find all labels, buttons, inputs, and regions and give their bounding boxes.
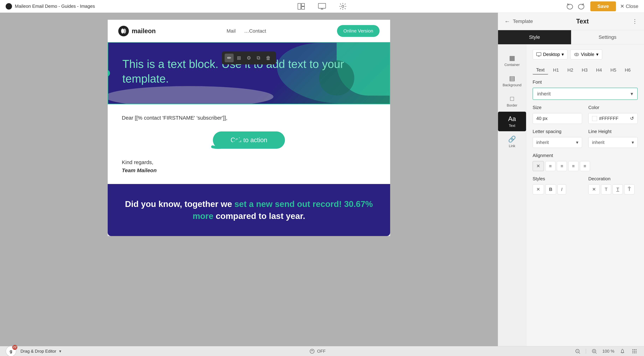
- panel-breadcrumb: Template: [513, 18, 533, 24]
- grid-dots-btn[interactable]: [630, 347, 638, 355]
- desktop-label: Desktop: [543, 52, 560, 57]
- format-h5-btn[interactable]: H5: [607, 66, 620, 74]
- svg-point-23: [634, 349, 635, 350]
- toggle-label: OFF: [317, 349, 326, 354]
- canvas-area[interactable]: maileon Mail …Contact Online Version ✏ ⊞…: [0, 13, 498, 346]
- svg-point-27: [636, 351, 636, 352]
- letter-spacing-select[interactable]: inherit ▾: [532, 137, 582, 148]
- desktop-selector[interactable]: Desktop ▾: [532, 49, 568, 59]
- text-icon: Aa: [508, 115, 516, 123]
- save-button[interactable]: Save: [590, 1, 616, 11]
- eye-icon: [574, 52, 579, 57]
- online-version-btn[interactable]: Online Version: [337, 25, 380, 37]
- style-bold-btn[interactable]: B: [545, 184, 556, 194]
- svg-point-6: [342, 5, 344, 7]
- topbar-left: Maileon Email Demo - Guides - Images: [6, 3, 322, 9]
- toolbar-delete-btn[interactable]: 🗑: [264, 54, 273, 62]
- styles-col: Styles ✕ B I: [532, 176, 582, 194]
- zoom-in-icon: [592, 349, 597, 354]
- svg-line-21: [596, 353, 596, 354]
- visible-selector[interactable]: Visible ▾: [570, 49, 602, 59]
- panel-back-btn[interactable]: ←: [504, 18, 510, 25]
- topbar-center: [296, 1, 348, 11]
- svg-point-30: [636, 352, 636, 353]
- app-icon: [6, 3, 12, 9]
- close-x-icon: ✕: [620, 3, 624, 9]
- greeting-text: Dear [[% contact 'FIRSTNAME' 'subscriber…: [122, 115, 376, 121]
- toolbar-grid-btn[interactable]: ⊞: [234, 54, 244, 62]
- tab-style[interactable]: Style: [498, 30, 571, 44]
- format-h6-btn[interactable]: H6: [621, 66, 634, 74]
- zoom-out-btn[interactable]: [574, 347, 582, 355]
- svg-rect-1: [302, 3, 304, 6]
- zoom-level: 100 %: [602, 349, 614, 354]
- color-input[interactable]: #FFFFFF ↺: [588, 113, 638, 124]
- toolbar-settings-btn[interactable]: ⚙: [244, 54, 254, 62]
- align-none-btn[interactable]: ✕: [532, 161, 544, 171]
- size-input[interactable]: 40 px: [532, 113, 582, 124]
- bottom-bar: g 22 Drag & Drop Editor ▾ OFF: [0, 346, 644, 356]
- monitor-icon-btn[interactable]: [317, 2, 327, 11]
- settings-icon-btn[interactable]: [338, 1, 348, 11]
- topbar-title: Maileon Email Demo - Guides - Images: [15, 3, 95, 9]
- format-h4-btn[interactable]: H4: [592, 66, 605, 74]
- font-input[interactable]: inherit ▾: [532, 88, 638, 100]
- undo-btn[interactable]: [565, 2, 575, 11]
- svg-point-12: [574, 53, 579, 56]
- notification-badge[interactable]: g 22: [6, 346, 16, 356]
- format-h2-btn[interactable]: H2: [564, 66, 577, 74]
- link-icon: 🔗: [508, 135, 516, 143]
- sync-icon: [309, 349, 315, 354]
- panel-tabs: Style Settings: [498, 30, 644, 44]
- align-right-btn[interactable]: ≡: [568, 161, 578, 171]
- svg-point-29: [634, 352, 635, 353]
- style-none-btn[interactable]: ✕: [532, 184, 544, 194]
- cta-button[interactable]: Call to action: [213, 131, 285, 149]
- panel-menu-btn[interactable]: ⋮: [632, 18, 638, 25]
- align-justify-btn[interactable]: ≡: [580, 161, 590, 171]
- format-text-btn[interactable]: Text: [532, 66, 548, 74]
- hero-bg-shape2: [108, 86, 274, 104]
- svg-point-14: [310, 349, 314, 353]
- toolbar-edit-btn[interactable]: ✏: [225, 54, 234, 62]
- badge-letter: g: [10, 349, 12, 354]
- format-h1-btn[interactable]: H1: [550, 66, 562, 74]
- format-h3-btn[interactable]: H3: [578, 66, 591, 74]
- svg-rect-2: [302, 6, 304, 9]
- toolbar-copy-btn[interactable]: ⧉: [254, 54, 263, 62]
- sidebar-tool-background[interactable]: ▤ Background: [498, 71, 526, 91]
- sidebar-tool-container[interactable]: ▦ Container: [498, 51, 526, 70]
- zoom-in-btn[interactable]: [590, 347, 598, 355]
- svg-point-24: [636, 349, 636, 350]
- right-panel: ← Template Text ⋮ Style Settings ▦ Conta…: [498, 13, 644, 346]
- redo-btn[interactable]: [576, 2, 586, 11]
- deco-underline-btn[interactable]: T: [612, 184, 623, 194]
- bell-btn[interactable]: [618, 347, 626, 355]
- badge-count: 22: [12, 345, 17, 350]
- layout-icon-btn[interactable]: [296, 2, 306, 11]
- link-label: Link: [509, 144, 515, 148]
- line-height-select[interactable]: inherit ▾: [588, 137, 638, 148]
- sidebar-tool-link[interactable]: 🔗 Link: [498, 132, 526, 152]
- align-center-btn[interactable]: ≡: [557, 161, 567, 171]
- block-toolbar: ✏ ⊞ ⚙ ⧉ 🗑: [222, 51, 276, 64]
- desktop-chevron: ▾: [562, 52, 564, 57]
- styles-label: Styles: [532, 176, 582, 182]
- deco-strikethrough-btn[interactable]: T: [601, 184, 611, 194]
- sidebar-tool-border[interactable]: □ Border: [498, 91, 526, 111]
- tab-settings[interactable]: Settings: [571, 30, 644, 44]
- deco-overline-btn[interactable]: T̄: [624, 184, 634, 194]
- svg-point-28: [632, 352, 634, 353]
- deco-none-btn[interactable]: ✕: [588, 184, 600, 194]
- align-left-btn[interactable]: ≡: [545, 161, 556, 171]
- undo-redo-group: [565, 2, 586, 11]
- drag-handle[interactable]: ⠿: [108, 70, 110, 77]
- settings-icon: [339, 3, 346, 10]
- close-button[interactable]: ✕ Close: [620, 3, 638, 9]
- sidebar-tool-text[interactable]: Aa Text: [498, 112, 526, 131]
- promo-block: Did you know, together we set a new send…: [108, 184, 390, 236]
- panel-content: Desktop ▾ Visible ▾ Text H1: [526, 44, 644, 346]
- style-italic-btn[interactable]: I: [558, 184, 566, 194]
- desktop-icon: [536, 52, 541, 57]
- svg-rect-9: [536, 52, 541, 56]
